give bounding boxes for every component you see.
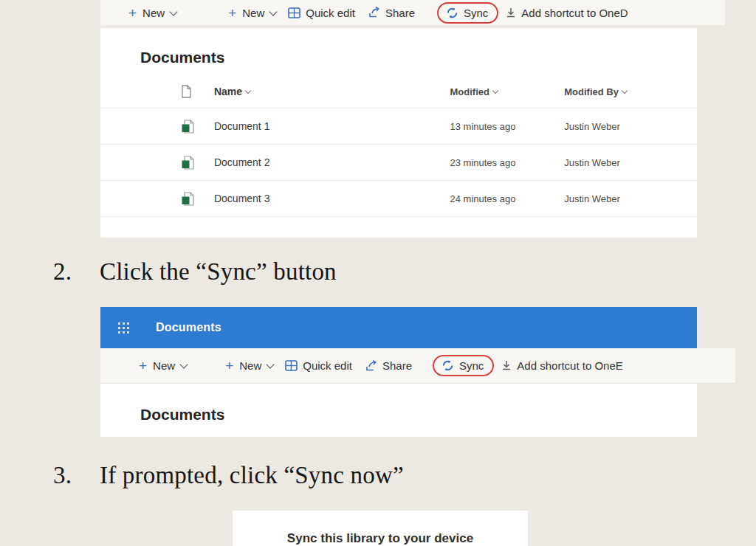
word-document-icon: [180, 119, 199, 134]
step-3-heading: 3. If prompted, click “Sync now”: [53, 462, 404, 489]
column-header-modified-by[interactable]: Modified By: [564, 86, 697, 97]
share-button[interactable]: Share: [365, 359, 412, 372]
quick-edit-label: Quick edit: [306, 7, 355, 19]
document-modified: 23 minutes ago: [450, 157, 565, 168]
document-modified-by: Justin Weber: [564, 157, 697, 168]
document-name[interactable]: Document 1: [214, 120, 436, 132]
chevron-down-icon: [492, 87, 498, 93]
plus-icon: +: [128, 6, 137, 20]
document-library-panel: Documents Name Modified Modified By Docu…: [100, 28, 697, 238]
word-document-icon: [180, 155, 199, 170]
library-title: Documents: [140, 49, 697, 66]
new-button[interactable]: + New: [139, 359, 187, 373]
quick-edit-button[interactable]: Quick edit: [288, 7, 355, 19]
document-name[interactable]: Document 3: [214, 193, 436, 204]
add-shortcut-label: Add shortcut to OneD: [521, 7, 628, 19]
app-launcher-waffle-icon[interactable]: [118, 322, 129, 334]
document-library-panel-2: Documents: [100, 384, 697, 437]
sync-icon: [441, 359, 454, 372]
table-row[interactable]: Document 2 23 minutes ago Justin Weber: [100, 145, 697, 181]
plus-icon: +: [225, 359, 233, 373]
dialog-title: Sync this library to your device: [287, 531, 473, 546]
chevron-down-icon: [622, 87, 628, 93]
share-label: Share: [385, 7, 415, 19]
document-modified: 24 minutes ago: [450, 193, 565, 204]
app-bar-title: Documents: [156, 321, 221, 334]
quick-edit-label: Quick edit: [303, 359, 352, 372]
quick-edit-grid-icon: [285, 360, 298, 371]
document-modified-by: Justin Weber: [564, 121, 697, 132]
file-type-column-icon[interactable]: [180, 85, 199, 98]
step-text: Click the “Sync” button: [100, 258, 337, 286]
sync-icon: [446, 7, 458, 19]
step-text: If prompted, click “Sync now”: [100, 462, 404, 489]
document-modified-by: Justin Weber: [564, 193, 697, 204]
share-icon: [365, 360, 377, 372]
table-row[interactable]: Document 1 13 minutes ago Justin Weber: [100, 108, 697, 145]
word-document-icon: [180, 191, 199, 207]
chevron-down-icon: [269, 7, 278, 15]
table-header-row: Name Modified Modified By: [100, 75, 697, 108]
download-arrow-icon: [506, 7, 516, 18]
sync-button-highlighted[interactable]: Sync: [437, 2, 498, 24]
library-title: Documents: [140, 406, 697, 424]
library-toolbar-bottom: + New + New Quick edit Share Sync Add sh…: [100, 348, 735, 384]
new-button-label: New: [142, 7, 165, 19]
add-shortcut-button[interactable]: Add shortcut to OneE: [501, 359, 622, 372]
quick-edit-grid-icon: [288, 7, 300, 18]
plus-icon: +: [228, 6, 236, 20]
new-button[interactable]: + New: [128, 6, 176, 20]
sync-button-highlighted[interactable]: Sync: [433, 355, 494, 376]
new-button-label: New: [239, 359, 261, 372]
sync-label: Sync: [464, 7, 488, 19]
new-button-label: New: [242, 7, 264, 19]
share-label: Share: [382, 359, 412, 372]
new-button-2[interactable]: + New: [225, 359, 273, 373]
column-header-name[interactable]: Name: [214, 86, 436, 97]
chevron-down-icon: [267, 360, 275, 368]
share-icon: [368, 7, 380, 18]
share-button[interactable]: Share: [368, 7, 415, 19]
table-row[interactable]: Document 3 24 minutes ago Justin Weber: [100, 181, 697, 217]
add-shortcut-label: Add shortcut to OneE: [517, 359, 622, 372]
document-modified: 13 minutes ago: [450, 121, 565, 132]
download-arrow-icon: [501, 360, 512, 371]
library-toolbar-top: + New + New Quick edit Share Sync Add sh…: [100, 0, 725, 25]
chevron-down-icon: [179, 360, 188, 368]
sync-label: Sync: [459, 359, 484, 372]
step-number: 2.: [53, 258, 100, 286]
plus-icon: +: [139, 359, 147, 373]
new-button-label: New: [153, 359, 175, 372]
chevron-down-icon: [169, 7, 177, 15]
quick-edit-button[interactable]: Quick edit: [285, 359, 352, 372]
documents-app-bar: Documents: [100, 307, 697, 348]
step-number: 3.: [53, 462, 100, 489]
sync-prompt-dialog: Sync this library to your device: [233, 511, 528, 546]
chevron-down-icon: [245, 87, 251, 93]
column-header-modified[interactable]: Modified: [450, 86, 565, 97]
new-button-2[interactable]: + New: [228, 6, 276, 20]
document-name[interactable]: Document 2: [214, 156, 436, 168]
step-2-heading: 2. Click the “Sync” button: [53, 258, 337, 286]
add-shortcut-button[interactable]: Add shortcut to OneD: [506, 7, 628, 19]
